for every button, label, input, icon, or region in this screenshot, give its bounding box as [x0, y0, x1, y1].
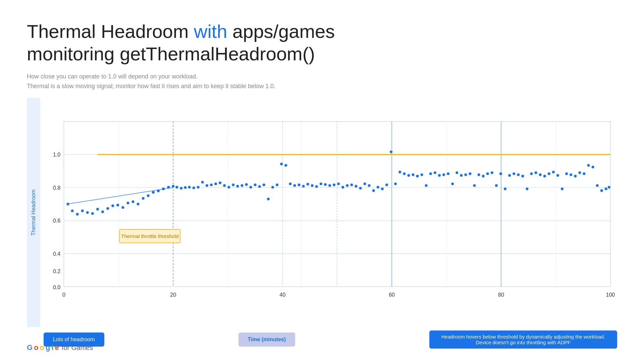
svg-point-46 [180, 187, 182, 190]
svg-text:0.8: 0.8 [53, 185, 60, 191]
svg-point-126 [530, 172, 533, 175]
svg-point-110 [460, 174, 463, 177]
svg-point-26 [81, 209, 84, 212]
svg-point-88 [364, 182, 366, 185]
svg-point-29 [96, 208, 99, 210]
svg-point-128 [539, 173, 542, 176]
svg-point-98 [407, 174, 410, 177]
svg-point-90 [372, 189, 375, 192]
logo-e: e [55, 343, 59, 352]
svg-point-23 [66, 203, 69, 205]
svg-point-143 [605, 188, 607, 190]
time-minutes-button: Time (minutes) [238, 333, 296, 347]
svg-point-137 [578, 171, 581, 174]
svg-point-83 [341, 186, 344, 189]
svg-text:80: 80 [498, 292, 504, 298]
logo-for-games: for Games [62, 344, 93, 352]
svg-point-101 [421, 173, 423, 176]
svg-point-136 [574, 175, 577, 177]
svg-point-81 [333, 183, 335, 186]
svg-point-114 [478, 173, 480, 176]
svg-point-70 [284, 164, 287, 167]
svg-point-120 [504, 188, 506, 190]
svg-point-49 [193, 187, 195, 189]
logo-o2: o [40, 343, 44, 352]
svg-point-39 [147, 194, 150, 197]
google-logo: Google for Games [27, 343, 93, 352]
svg-point-104 [434, 171, 436, 174]
svg-point-72 [293, 184, 296, 187]
svg-point-66 [267, 198, 270, 200]
svg-point-80 [328, 184, 331, 187]
svg-point-102 [425, 184, 428, 187]
svg-text:60: 60 [389, 292, 395, 298]
title-highlight: with [194, 21, 227, 42]
svg-point-115 [482, 175, 485, 177]
svg-point-103 [429, 172, 432, 175]
svg-point-36 [132, 200, 135, 203]
svg-point-89 [368, 184, 371, 187]
adpf-description-button: Headroom hovers below threshold by dynam… [429, 330, 617, 349]
svg-point-44 [172, 185, 174, 188]
svg-point-106 [442, 173, 445, 176]
svg-point-34 [121, 206, 124, 209]
svg-point-76 [311, 184, 314, 187]
svg-point-86 [355, 185, 357, 188]
svg-point-134 [565, 172, 568, 175]
title-line2: monitoring getThermalHeadroom() [27, 43, 315, 64]
svg-text:0.0: 0.0 [53, 284, 60, 290]
svg-point-133 [561, 188, 564, 190]
svg-point-48 [188, 186, 191, 189]
svg-point-93 [385, 183, 388, 186]
svg-point-73 [298, 183, 300, 186]
y-axis-label: Thermal Headroom [27, 98, 40, 327]
svg-point-32 [111, 204, 114, 207]
svg-point-130 [548, 172, 550, 175]
svg-point-109 [455, 171, 458, 174]
svg-point-31 [106, 207, 109, 210]
svg-point-97 [403, 172, 406, 175]
svg-point-144 [608, 186, 610, 189]
svg-point-25 [76, 213, 79, 216]
svg-point-141 [596, 184, 599, 187]
svg-point-79 [324, 183, 327, 186]
svg-point-96 [398, 171, 401, 173]
subtitle: How close you can operate to 1.0 will de… [27, 72, 617, 91]
svg-point-119 [499, 172, 502, 175]
svg-point-30 [101, 210, 104, 213]
svg-point-64 [258, 185, 261, 188]
svg-point-94 [390, 150, 392, 153]
svg-point-129 [543, 175, 546, 177]
svg-point-59 [236, 185, 239, 188]
svg-point-77 [315, 185, 318, 188]
svg-point-78 [320, 182, 322, 185]
svg-point-38 [142, 197, 145, 200]
svg-point-121 [508, 174, 511, 177]
svg-point-58 [232, 183, 234, 186]
svg-point-123 [517, 173, 520, 176]
svg-point-140 [592, 166, 594, 168]
svg-point-112 [469, 172, 471, 175]
svg-point-55 [219, 181, 221, 184]
title-part1: Thermal Headroom [27, 21, 194, 42]
svg-point-127 [535, 171, 537, 174]
svg-point-135 [570, 173, 572, 176]
svg-text:1.0: 1.0 [53, 152, 60, 158]
title-part2: apps/games [227, 21, 335, 42]
svg-text:0.6: 0.6 [53, 218, 60, 224]
svg-point-40 [152, 191, 155, 194]
svg-point-85 [350, 183, 353, 186]
svg-point-69 [280, 163, 283, 165]
svg-text:Thermal throttle threshold: Thermal throttle threshold [121, 233, 179, 239]
svg-point-62 [250, 186, 252, 189]
svg-text:0.4: 0.4 [53, 251, 60, 257]
svg-point-82 [337, 182, 340, 185]
svg-point-91 [377, 186, 379, 189]
svg-point-37 [137, 203, 140, 205]
chart-inner: Thermal throttle threshold [44, 98, 617, 327]
svg-point-45 [175, 186, 178, 189]
bottom-labels-row: Lots of headroom Time (minutes) Headroom… [27, 330, 617, 349]
svg-point-52 [206, 184, 208, 187]
svg-point-65 [263, 183, 265, 186]
subtitle-line2: Thermal is a slow moving signal; monitor… [27, 81, 617, 91]
